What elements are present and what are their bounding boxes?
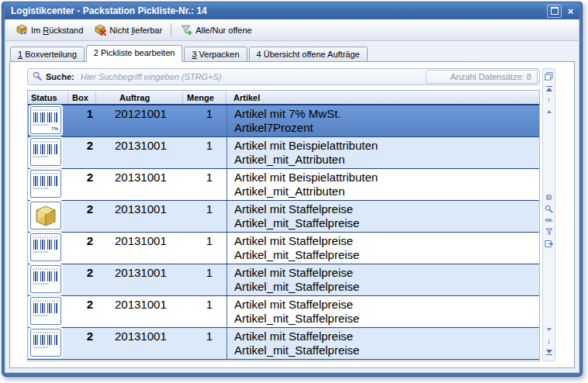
- close-icon: ×: [568, 6, 574, 16]
- barcode-icon: [33, 268, 58, 290]
- artikel-cell: Artikel mit 7% MwSt. Artikel7Prozent: [227, 105, 539, 136]
- table-row[interactable]: 2 20131001 1 Artikel mit Staffelpreise A…: [28, 264, 539, 296]
- scroll-top-icon[interactable]: [543, 83, 555, 93]
- box-cell: 2: [68, 233, 96, 264]
- column-header-artikel[interactable]: Artikel: [227, 91, 539, 104]
- status-cell: [28, 264, 68, 295]
- xml-export-icon[interactable]: XML: [543, 216, 555, 226]
- artikel-code: Artikel_mit_Staffelpreise: [234, 280, 539, 294]
- copy-icon[interactable]: [543, 71, 555, 81]
- filter-icon[interactable]: [543, 227, 555, 237]
- auftrag-cell: 20131001: [96, 264, 183, 295]
- status-icon-tile: 7%: [30, 106, 61, 134]
- artikel-name: Artikel mit Staffelpreise: [234, 330, 539, 343]
- box-cell: 2: [68, 328, 96, 359]
- table-row[interactable]: 2 20131001 1 Artikel mit Staffelpreise A…: [28, 201, 539, 233]
- titlebar[interactable]: Logistikcenter - Packstation Pickliste-N…: [5, 2, 579, 19]
- auftrag-cell: 20121001: [96, 105, 183, 136]
- artikel-name: Artikel mit Staffelpreise: [234, 298, 539, 312]
- artikel-code: Artikel_mit_Staffelpreise: [234, 312, 539, 326]
- toolbar-separator: [171, 23, 171, 37]
- export-icon[interactable]: [543, 239, 555, 249]
- tab-boxverteilung[interactable]: 1 Boxverteilung: [10, 47, 85, 62]
- table-row[interactable]: 2 20131001 1 Artikel mit Beispielattribu…: [28, 137, 539, 169]
- grid-footer: [28, 360, 539, 361]
- tab-verpacken[interactable]: 3 Verpacken: [184, 47, 247, 62]
- status-icon-tile: [30, 170, 61, 198]
- artikel-cell: Artikel mit Beispielattributen Artikel_m…: [227, 137, 539, 168]
- barcode-icon: [33, 141, 58, 163]
- barcode-icon: [33, 173, 58, 195]
- auftrag-cell: 20131001: [96, 137, 183, 168]
- backlog-box-icon: [16, 23, 28, 37]
- page-up-icon[interactable]: ↑: [543, 95, 555, 105]
- table-row[interactable]: 2 20131001 1 Artikel mit Staffelpreise A…: [28, 296, 539, 328]
- im-rueckstand-label: Im Rückstand: [31, 26, 83, 35]
- table-row[interactable]: 2 20131001 1 Artikel mit Staffelpreise A…: [28, 328, 539, 360]
- box-cell: 2: [68, 201, 96, 232]
- table-row[interactable]: 2 20131001 1 Artikel mit Beispielattribu…: [28, 169, 539, 201]
- artikel-code: Artikel_mit_Staffelpreise: [234, 343, 539, 357]
- box-cell: 2: [68, 169, 96, 200]
- artikel-code: Artikel_mit_Attributen: [234, 153, 539, 167]
- status-cell: 7%: [28, 105, 68, 136]
- artikel-cell: Artikel mit Beispielattributen Artikel_m…: [227, 169, 539, 200]
- menge-cell: 1: [183, 233, 227, 264]
- column-header-menge[interactable]: Menge: [183, 91, 227, 104]
- auftrag-cell: 20131001: [96, 328, 183, 359]
- box-cell: 1: [68, 105, 96, 136]
- status-cell: [28, 201, 68, 232]
- search-bar: Suche: Anzahl Datensätze: 8: [27, 68, 540, 85]
- grid-body: 7% 1 20121001 1 Artikel mit 7% MwSt. Art…: [28, 105, 539, 360]
- menge-cell: 1: [183, 264, 227, 295]
- close-button[interactable]: ×: [564, 5, 577, 17]
- auftrag-cell: 20131001: [96, 233, 183, 264]
- column-header-auftrag[interactable]: Auftrag: [96, 91, 183, 104]
- status-cell: [28, 296, 68, 327]
- barcode-small-icon[interactable]: (|): [543, 192, 555, 202]
- app-window: Logistikcenter - Packstation Pickliste-N…: [2, 2, 583, 377]
- menge-cell: 1: [183, 296, 227, 327]
- artikel-code: Artikel_mit_Attributen: [234, 185, 539, 198]
- tab-strip: 1 Boxverteilung 2 Pickliste bearbeiten 3…: [5, 41, 579, 62]
- not-deliverable-box-icon: [94, 23, 106, 37]
- status-icon-tile: [30, 265, 61, 293]
- tab-uebersicht-offene-auftraege[interactable]: 4 Übersicht offene Aufträge: [249, 47, 368, 62]
- column-header-status[interactable]: Status: [28, 91, 68, 104]
- step-up-icon[interactable]: [543, 106, 555, 116]
- status-icon-tile: [30, 329, 61, 357]
- status-icon-tile: [30, 233, 61, 261]
- artikel-cell: Artikel mit Staffelpreise Artikel_mit_St…: [227, 233, 539, 264]
- auftrag-cell: 20131001: [96, 201, 183, 232]
- auftrag-cell: 20131001: [96, 296, 183, 327]
- barcode-icon: 7%: [33, 109, 58, 131]
- status-cell: [28, 137, 68, 168]
- artikel-name: Artikel mit Staffelpreise: [234, 234, 539, 248]
- barcode-icon: [33, 300, 58, 322]
- step-down-icon[interactable]: [543, 324, 555, 334]
- artikel-cell: Artikel mit Staffelpreise Artikel_mit_St…: [227, 328, 539, 359]
- menge-cell: 1: [183, 137, 227, 168]
- page-down-icon[interactable]: ↓: [543, 336, 555, 346]
- box-cell: 2: [68, 296, 96, 327]
- alle-nur-offene-button[interactable]: Alle/Nur offene: [175, 21, 258, 40]
- menge-cell: 1: [183, 105, 227, 136]
- tab-pickliste-bearbeiten[interactable]: 2 Pickliste bearbeiten: [86, 45, 183, 62]
- box-cell: 2: [68, 137, 96, 168]
- im-rueckstand-button[interactable]: Im Rückstand: [10, 21, 88, 40]
- table-row[interactable]: 7% 1 20121001 1 Artikel mit 7% MwSt. Art…: [28, 105, 539, 137]
- scroll-bottom-icon[interactable]: [543, 347, 555, 357]
- zoom-icon[interactable]: [543, 204, 555, 214]
- menge-cell: 1: [183, 201, 227, 232]
- nicht-lieferbar-button[interactable]: Nicht lieferbar: [88, 21, 168, 40]
- artikel-cell: Artikel mit Staffelpreise Artikel_mit_St…: [227, 264, 539, 295]
- artikel-name: Artikel mit Staffelpreise: [234, 202, 539, 216]
- search-input[interactable]: [79, 71, 426, 82]
- artikel-name: Artikel mit 7% MwSt.: [234, 107, 539, 121]
- grid-side-strip: ↑ (|) XML: [542, 68, 555, 361]
- maximize-button[interactable]: [547, 5, 562, 18]
- table-row[interactable]: 2 20131001 1 Artikel mit Staffelpreise A…: [28, 233, 539, 264]
- artikel-name: Artikel mit Beispielattributen: [234, 171, 539, 185]
- artikel-name: Artikel mit Beispielattributen: [234, 139, 539, 153]
- column-header-box[interactable]: Box: [68, 91, 96, 104]
